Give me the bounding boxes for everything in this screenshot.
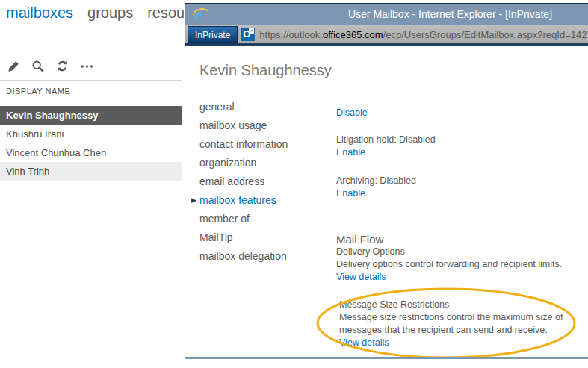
- svg-text:e: e: [195, 5, 202, 23]
- message-size-title: Message Size Restrictions: [339, 299, 588, 311]
- outlook-check-glyph: ✓: [249, 28, 254, 34]
- internet-explorer-icon: e: [192, 5, 210, 23]
- nav-general[interactable]: general: [199, 98, 288, 116]
- mail-flow-section: Mail Flow Delivery Options Delivery opti…: [336, 233, 587, 284]
- table-row[interactable]: Vinh Trinh: [0, 162, 182, 181]
- url-field[interactable]: https://outlook.office365.com/ecp/UsersG…: [259, 29, 588, 40]
- more-options-icon[interactable]: [79, 58, 95, 74]
- nav-member-of[interactable]: member of: [199, 210, 288, 228]
- list-toolbar: [5, 58, 95, 74]
- archiving-section: Archiving: Disabled Enable: [336, 175, 416, 200]
- window-title: User Mailbox - Internet Explorer - [InPr…: [312, 4, 588, 25]
- table-row[interactable]: Vincent Chunhua Chen: [0, 143, 182, 162]
- search-icon[interactable]: [30, 58, 46, 74]
- nav-mailtip[interactable]: MailTip: [199, 228, 288, 247]
- delivery-options-title: Delivery Options: [336, 246, 587, 258]
- litigation-hold-status: Litigation hold: Disabled: [336, 134, 436, 146]
- table-row[interactable]: Kevin Shaughnessy: [0, 106, 182, 125]
- mailbox-list: Kevin Shaughnessy Khushru Irani Vincent …: [0, 106, 182, 181]
- delivery-view-details-link[interactable]: View details: [336, 272, 386, 282]
- tab-groups[interactable]: groups: [87, 4, 133, 22]
- archiving-status: Archiving: Disabled: [336, 175, 416, 187]
- column-header-display-name[interactable]: DISPLAY NAME: [6, 87, 70, 96]
- message-size-section: Message Size Restrictions Message size r…: [339, 299, 588, 349]
- disable-link[interactable]: Disable: [336, 107, 368, 118]
- refresh-icon[interactable]: [55, 58, 70, 74]
- dialog-content: Kevin Shaughnessy general mailbox usage …: [185, 46, 588, 357]
- table-row[interactable]: Khushru Irani: [0, 125, 182, 143]
- dialog-nav: general mailbox usage contact informatio…: [199, 98, 288, 266]
- divider: [0, 105, 182, 105]
- ie-window: e User Mailbox - Internet Explorer - [In…: [185, 3, 588, 359]
- nav-mailbox-features[interactable]: ▶mailbox features: [199, 191, 288, 210]
- selected-arrow-icon: ▶: [191, 191, 196, 210]
- nav-mailbox-usage[interactable]: mailbox usage: [199, 116, 288, 135]
- page-title: Kevin Shaughnessy: [199, 62, 332, 79]
- ie-address-bar: InPrivate O ✓ https://outlook.office365.…: [185, 25, 588, 46]
- message-size-view-details-link[interactable]: View details: [339, 337, 389, 348]
- nav-contact-information[interactable]: contact information: [199, 135, 288, 154]
- archiving-enable-link[interactable]: Enable: [336, 188, 365, 199]
- message-size-description: Message size restrictions control the ma…: [339, 311, 588, 337]
- litigation-hold-section: Litigation hold: Disabled Enable: [336, 134, 436, 159]
- screen: mailboxes groups resources: [0, 0, 588, 368]
- inprivate-badge: InPrivate: [188, 26, 238, 43]
- mail-flow-heading: Mail Flow: [336, 233, 587, 246]
- delivery-options-description: Delivery options control forwarding and …: [336, 258, 587, 271]
- nav-email-address[interactable]: email address: [199, 172, 288, 191]
- nav-organization[interactable]: organization: [199, 154, 288, 172]
- tab-mailboxes[interactable]: mailboxes: [6, 4, 73, 22]
- disable-section: Disable: [336, 107, 368, 119]
- edit-pencil-icon[interactable]: [5, 58, 21, 74]
- divider: [0, 80, 182, 81]
- nav-mailbox-delegation[interactable]: mailbox delegation: [199, 247, 288, 266]
- outlook-favicon-icon: O ✓: [241, 28, 255, 41]
- litigation-enable-link[interactable]: Enable: [336, 147, 365, 158]
- ie-titlebar[interactable]: e User Mailbox - Internet Explorer - [In…: [185, 4, 588, 25]
- ecp-background-page: mailboxes groups resources: [0, 0, 185, 368]
